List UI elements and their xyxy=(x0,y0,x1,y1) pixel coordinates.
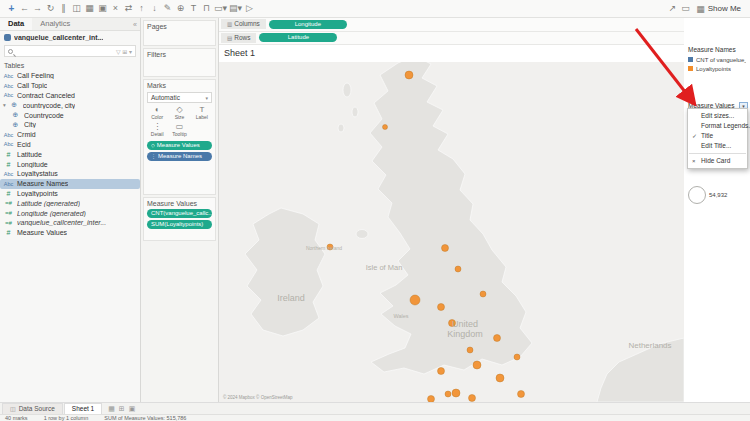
marks-label-button[interactable]: TLabel xyxy=(192,105,212,120)
field-ecid[interactable]: AbcEcid xyxy=(0,140,140,150)
menu-item-title[interactable]: ✓Title xyxy=(688,131,747,141)
collapse-pane-icon[interactable]: « xyxy=(133,21,137,28)
map-mark[interactable] xyxy=(438,368,445,375)
map-mark[interactable] xyxy=(514,354,520,360)
map-mark[interactable] xyxy=(467,347,473,353)
tab-sheet1[interactable]: Sheet 1 xyxy=(64,403,102,414)
map-mark[interactable] xyxy=(383,125,388,130)
menu-item-hide-card[interactable]: ×Hide Card xyxy=(688,156,747,166)
pause-updates-icon[interactable]: ∥ xyxy=(57,0,70,17)
map-mark[interactable] xyxy=(405,71,413,79)
field-search[interactable]: ▽ ⊞ ▾ xyxy=(4,45,136,57)
legend-item-label: Loyaltypoints xyxy=(696,66,731,72)
new-worksheet-icon[interactable]: ▦ xyxy=(108,405,115,413)
map-mark[interactable] xyxy=(469,395,476,402)
legend-item-cnt-of-vanguelue-c[interactable]: CNT of vanguelue_c.. xyxy=(686,55,748,64)
field-measure-names[interactable]: AbcMeasure Names xyxy=(0,179,140,189)
field-call-topic[interactable]: AbcCall Topic xyxy=(0,81,140,91)
group-members-icon[interactable]: ⊕ xyxy=(174,0,187,17)
count-field-icon: =# xyxy=(3,220,14,226)
new-datasource-icon[interactable]: ◫ xyxy=(70,0,83,17)
tab-data-source[interactable]: ◫ Data Source xyxy=(2,403,63,414)
map-mark[interactable] xyxy=(452,389,460,397)
menu-item-edit-sizes[interactable]: Edit sizes... xyxy=(688,111,747,121)
marks-pill-measure-names[interactable]: ⋮Measure Names xyxy=(147,152,212,161)
share-icon[interactable]: ↗ xyxy=(666,0,679,17)
field-crmid[interactable]: AbcCrmid xyxy=(0,130,140,140)
tab-analytics[interactable]: Analytics xyxy=(32,18,78,30)
expand-caret-icon[interactable]: ▾ xyxy=(3,102,6,108)
mv-pill-sum-loyaltypoints[interactable]: SUM(Loyaltypoints) xyxy=(147,220,212,229)
sort-descending-icon[interactable]: ↓ xyxy=(148,0,161,17)
field-city[interactable]: ⊕City xyxy=(0,120,140,130)
tableau-logo-icon[interactable]: + xyxy=(5,0,18,17)
field-contract-canceled[interactable]: AbcContract Canceled xyxy=(0,91,140,101)
field-countrycode[interactable]: ⊕Countrycode xyxy=(0,110,140,120)
field-longitude[interactable]: #Longitude xyxy=(0,159,140,169)
search-input[interactable] xyxy=(16,48,113,55)
menu-item-edit-title[interactable]: Edit Title... xyxy=(688,141,747,151)
sort-ascending-icon[interactable]: ↑ xyxy=(135,0,148,17)
highlight-icon[interactable]: ✎ xyxy=(161,0,174,17)
field-vanguelue-callcenter-inter[interactable]: =#vanguelue_callcenter_inter... xyxy=(0,218,140,228)
pages-shelf[interactable]: Pages xyxy=(143,20,216,46)
map-mark[interactable] xyxy=(518,391,525,398)
field-latitude[interactable]: #Latitude xyxy=(0,149,140,159)
field-countrycode-city[interactable]: ▾⊕countrycode, city xyxy=(0,100,140,110)
marks-card: Marks Automatic ▾ ◐Color◇SizeTLabel⋮Deta… xyxy=(143,79,216,195)
marks-size-button[interactable]: ◇Size xyxy=(169,105,189,120)
legend-item-loyaltypoints[interactable]: Loyaltypoints xyxy=(686,64,748,73)
map-mark[interactable] xyxy=(442,245,449,252)
size-legend-value: 54,932 xyxy=(709,192,727,198)
search-filter-icons[interactable]: ▽ ⊞ ▾ xyxy=(116,48,132,55)
show-me-button[interactable]: ▦ Show Me xyxy=(692,4,745,14)
redo-icon[interactable]: → xyxy=(31,0,44,17)
datasource-row[interactable]: vanguelue_callcenter_int... xyxy=(0,31,140,44)
map-mark[interactable] xyxy=(438,304,445,311)
marks-color-button[interactable]: ◐Color xyxy=(147,105,167,120)
refresh-icon[interactable]: ↻ xyxy=(44,0,57,17)
new-dashboard-icon[interactable]: ⊞ xyxy=(119,405,125,413)
swap-rows-columns-icon[interactable]: ⇄ xyxy=(122,0,135,17)
map-view[interactable]: Northern IrelandIsle of ManIrelandWalesU… xyxy=(219,62,684,402)
new-worksheet-icon[interactable]: ▦ xyxy=(83,0,96,17)
fix-axes-icon[interactable]: ⊓ xyxy=(200,0,213,17)
mv-pill-cnt-vanguelue-callc[interactable]: CNT(vanguelue_callc.. xyxy=(147,209,212,218)
show-hide-cards-icon[interactable]: ▤▾ xyxy=(228,0,243,17)
rows-pill-latitude[interactable]: Latitude xyxy=(259,33,337,42)
map-mark[interactable] xyxy=(410,295,420,305)
map-mark[interactable] xyxy=(496,374,504,382)
map-mark[interactable] xyxy=(455,266,461,272)
tab-data[interactable]: Data xyxy=(0,18,32,30)
mark-type-dropdown[interactable]: Automatic ▾ xyxy=(147,92,212,103)
window-icon[interactable]: ▭ xyxy=(679,0,692,17)
clear-sheet-icon[interactable]: × xyxy=(109,0,122,17)
duplicate-sheet-icon[interactable]: ▣ xyxy=(96,0,109,17)
marks-detail-button[interactable]: ⋮Detail xyxy=(147,122,167,137)
field-loyaltystatus[interactable]: AbcLoyaltystatus xyxy=(0,169,140,179)
rows-shelf[interactable]: ▤ Rows Latitude xyxy=(219,32,684,46)
field-latitude-generated[interactable]: =#Latitude (generated) xyxy=(0,198,140,208)
undo-icon[interactable]: ← xyxy=(18,0,31,17)
field-measure-values[interactable]: #Measure Values xyxy=(0,228,140,238)
map-mark[interactable] xyxy=(445,391,451,397)
pill-label: CNT(vanguelue_callc.. xyxy=(151,209,212,218)
show-mark-labels-icon[interactable]: T xyxy=(187,0,200,17)
field-call-feeling[interactable]: AbcCall Feeling xyxy=(0,71,140,81)
marks-tooltip-button[interactable]: ▭Tooltip xyxy=(169,122,189,137)
field-longitude-generated[interactable]: =#Longitude (generated) xyxy=(0,208,140,218)
filters-shelf[interactable]: Filters xyxy=(143,48,216,77)
marks-pill-measure-values[interactable]: ◇Measure Values xyxy=(147,141,212,150)
presentation-mode-icon[interactable]: ▷ xyxy=(243,0,256,17)
new-story-icon[interactable]: ▣ xyxy=(129,405,136,413)
field-loyaltypoints[interactable]: #Loyaltypoints xyxy=(0,189,140,199)
map-mark[interactable] xyxy=(480,291,486,297)
fit-selector[interactable]: ▭▾ xyxy=(213,0,228,17)
map-mark[interactable] xyxy=(473,361,481,369)
map-mark[interactable] xyxy=(494,335,501,342)
pane-tabs: Data Analytics « xyxy=(0,18,140,31)
columns-pill-longitude[interactable]: Longitude xyxy=(269,20,347,29)
numgen-field-icon: =# xyxy=(3,200,14,206)
menu-item-format-legends[interactable]: Format Legends... xyxy=(688,121,747,131)
columns-shelf[interactable]: ▥ Columns Longitude xyxy=(219,18,684,32)
